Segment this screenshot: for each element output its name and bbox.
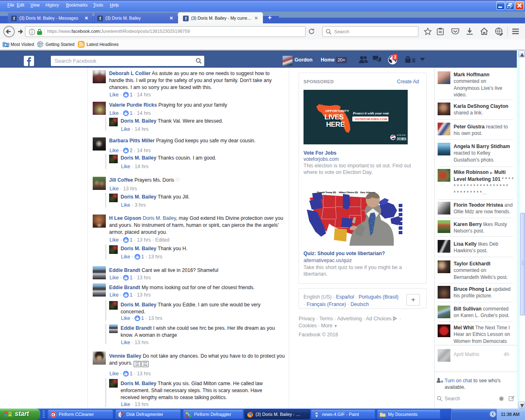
svg-text:Gary Johnson: Gary Johnson <box>360 191 376 194</box>
svg-text:HERE: HERE <box>326 121 345 128</box>
svg-text:VOTEFORJOBS.COM: VOTEFORJOBS.COM <box>355 117 387 121</box>
svg-text:LIVES: LIVES <box>324 113 344 121</box>
svg-text:JOBS: JOBS <box>397 137 406 141</box>
svg-text:Donald Trump (R): Donald Trump (R) <box>317 191 336 194</box>
svg-text:VOTE FOR: VOTE FOR <box>397 134 405 136</box>
svg-text:Hillary Clinton (D): Hillary Clinton (D) <box>339 191 358 194</box>
svg-text:Protect it with your vote: Protect it with your vote <box>353 111 389 115</box>
svg-text:OPPORTUNITY: OPPORTUNITY <box>325 109 349 113</box>
